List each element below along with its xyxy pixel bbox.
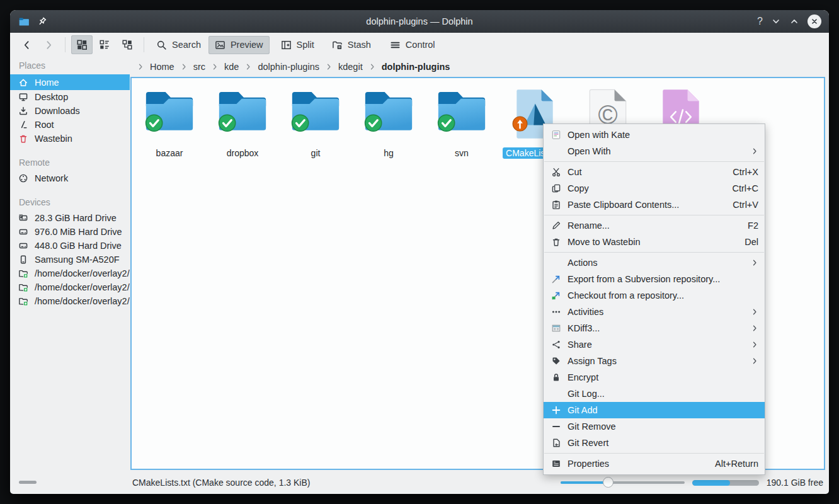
shortcut: F2 xyxy=(748,220,758,231)
back-button[interactable] xyxy=(16,36,37,54)
menu-item-cut[interactable]: CutCtrl+X xyxy=(544,164,765,180)
sidebar-item-downloads[interactable]: Downloads xyxy=(10,104,130,118)
icons-view-icon xyxy=(76,39,88,50)
stash-icon xyxy=(332,40,343,50)
sidebar-item-overlay-3[interactable]: /home/docker/overlay2/5 xyxy=(10,294,130,308)
split-button[interactable]: Split xyxy=(275,36,321,54)
zoom-slider[interactable] xyxy=(561,477,685,488)
disk-capacity-bar xyxy=(692,480,759,486)
search-button[interactable]: Search xyxy=(150,36,207,54)
lock-icon xyxy=(551,372,561,383)
sidebar-item-home[interactable]: Home xyxy=(10,74,130,90)
control-button[interactable]: Control xyxy=(384,36,442,54)
chevron-left-icon xyxy=(21,40,32,50)
breadcrumb-dolphin-plugins[interactable]: dolphin-plugins xyxy=(258,62,319,72)
menu-item-copy[interactable]: CopyCtrl+C xyxy=(544,180,765,197)
minimize-button[interactable] xyxy=(771,16,781,26)
menu-item-paste[interactable]: Paste Clipboard Contents...Ctrl+V xyxy=(544,197,765,213)
folder-icon xyxy=(144,88,195,134)
sidebar-item-root[interactable]: Root xyxy=(10,118,130,132)
menu-item-svn-export[interactable]: Export from a Subversion repository... xyxy=(544,271,765,287)
menu-separator xyxy=(544,161,764,162)
panel-resize-grip[interactable] xyxy=(19,481,37,484)
menu-item-assign-tags[interactable]: Assign Tags xyxy=(544,353,765,369)
rename-icon xyxy=(551,220,561,231)
menu-separator xyxy=(544,252,764,253)
kate-icon xyxy=(551,130,561,140)
sidebar-item-desktop[interactable]: Desktop xyxy=(10,90,130,104)
submenu-arrow-icon xyxy=(751,341,758,348)
app-icon[interactable] xyxy=(18,16,30,27)
menu-item-encrypt[interactable]: Encrypt xyxy=(544,369,765,386)
forward-button[interactable] xyxy=(38,36,59,54)
menu-item-move-to-wastebin[interactable]: Move to WastebinDel xyxy=(544,234,765,250)
menu-item-git-log[interactable]: Git Log... xyxy=(544,386,765,402)
close-button[interactable] xyxy=(808,14,821,28)
mounted-folder-icon xyxy=(18,268,28,278)
chevron-right-icon xyxy=(137,63,144,71)
menu-item-open-with-kate[interactable]: Open with Kate xyxy=(544,127,765,143)
menu-item-properties[interactable]: PropertiesAlt+Return xyxy=(544,455,765,472)
folder-item-svn[interactable]: svn xyxy=(425,88,498,159)
folder-item-dropbox[interactable]: dropbox xyxy=(206,88,279,159)
compact-view-button[interactable] xyxy=(94,35,115,54)
sidebar-item-drive-28gib[interactable]: 28.3 GiB Hard Drive xyxy=(10,211,130,225)
breadcrumb-kde[interactable]: kde xyxy=(224,62,239,72)
search-icon xyxy=(156,40,167,50)
zoom-slider-handle[interactable] xyxy=(603,477,614,488)
copy-icon xyxy=(551,183,561,194)
tag-icon xyxy=(551,356,561,367)
disk-capacity-fill xyxy=(692,480,730,486)
menu-item-git-add[interactable]: Git Add xyxy=(544,402,765,418)
menu-item-svn-checkout[interactable]: Checkout from a repository... xyxy=(544,287,765,304)
sidebar-item-network[interactable]: Network xyxy=(10,171,130,185)
breadcrumb-home[interactable]: Home xyxy=(150,62,174,72)
sidebar-item-drive-448gib[interactable]: 448.0 GiB Hard Drive xyxy=(10,239,130,253)
kdiff3-icon xyxy=(551,323,561,334)
details-view-button[interactable] xyxy=(117,35,138,54)
share-icon xyxy=(551,340,561,350)
trash-icon xyxy=(18,134,28,144)
preview-button[interactable]: Preview xyxy=(208,36,270,54)
menu-item-actions[interactable]: Actions xyxy=(544,255,765,271)
stash-label: Stash xyxy=(348,40,371,50)
breadcrumb-src[interactable]: src xyxy=(193,62,205,72)
folder-icon xyxy=(436,88,488,134)
sidebar-item-overlay-2[interactable]: /home/docker/overlay2/5 xyxy=(10,280,130,294)
pin-icon[interactable] xyxy=(37,16,47,26)
menu-item-git-remove[interactable]: Git Remove xyxy=(544,418,765,435)
dolphin-window: dolphin-plugins — Dolphin ? Search Previ… xyxy=(10,10,829,494)
preview-icon xyxy=(215,40,225,50)
menu-item-open-with[interactable]: Open With xyxy=(544,143,765,159)
breadcrumb: Home src kde dolphin-plugins kdegit dolp… xyxy=(130,57,825,77)
sidebar-item-wastebin[interactable]: Wastebin xyxy=(10,132,130,146)
icons-view-button[interactable] xyxy=(71,35,93,54)
breadcrumb-kdegit[interactable]: kdegit xyxy=(338,62,363,72)
folder-item-git[interactable]: git xyxy=(279,88,352,159)
sidebar-item-drive-976mib[interactable]: 976.0 MiB Hard Drive xyxy=(10,225,130,239)
hard-drive-icon xyxy=(18,213,28,223)
close-icon xyxy=(809,16,819,26)
stash-button[interactable]: Stash xyxy=(326,36,377,54)
folder-icon xyxy=(290,88,341,134)
folder-item-hg[interactable]: hg xyxy=(352,88,425,159)
places-header: Places xyxy=(10,57,130,74)
menu-item-rename[interactable]: Rename...F2 xyxy=(544,217,765,234)
shortcut: Ctrl+C xyxy=(733,183,759,193)
sidebar-item-overlay-1[interactable]: /home/docker/overlay2/8 xyxy=(10,266,130,280)
chevron-right-icon xyxy=(180,63,188,71)
menu-item-git-revert[interactable]: Git Revert xyxy=(544,435,765,451)
help-button[interactable]: ? xyxy=(757,16,763,27)
maximize-button[interactable] xyxy=(789,16,799,26)
breadcrumb-current: dolphin-plugins xyxy=(382,62,450,72)
menu-item-activities[interactable]: Activities xyxy=(544,304,765,320)
submenu-arrow-icon xyxy=(751,259,758,266)
submenu-arrow-icon xyxy=(751,357,758,365)
folder-item-bazaar[interactable]: bazaar xyxy=(133,88,206,159)
chevron-right-icon xyxy=(325,63,333,71)
menu-item-kdiff3[interactable]: KDiff3... xyxy=(544,320,765,336)
menu-item-share[interactable]: Share xyxy=(544,336,765,353)
sidebar-item-phone[interactable]: Samsung SM-A520F xyxy=(10,253,130,266)
svn-checkout-icon xyxy=(551,290,561,301)
control-label: Control xyxy=(406,40,435,50)
